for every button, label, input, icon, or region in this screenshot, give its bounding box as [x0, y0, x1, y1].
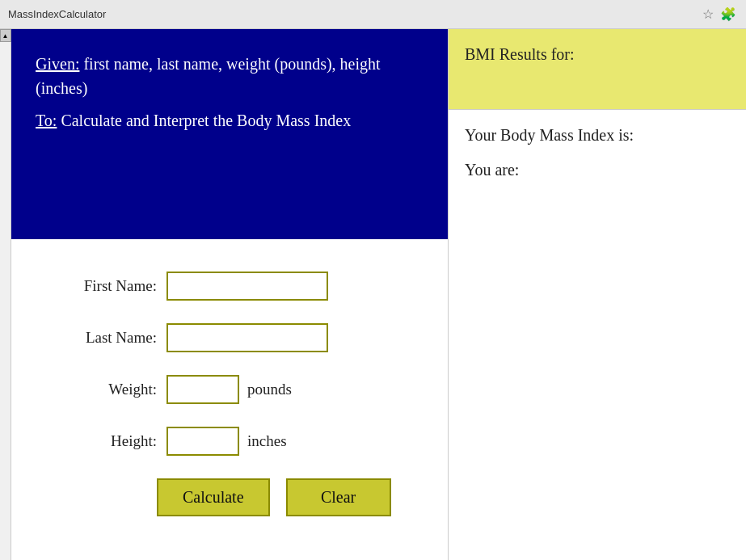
weight-input[interactable]	[166, 375, 239, 404]
given-line: Given: first name, last name, weight (po…	[36, 52, 424, 100]
puzzle-icon[interactable]: 🧩	[720, 6, 736, 22]
last-name-label: Last Name:	[52, 329, 157, 347]
height-input[interactable]	[166, 427, 239, 456]
calculate-button[interactable]: Calculate	[157, 478, 270, 516]
browser-title: MassIndexCalculator	[8, 8, 106, 20]
to-text: Calculate and Interpret the Body Mass In…	[57, 112, 351, 129]
button-row: Calculate Clear	[52, 478, 407, 516]
left-panel: Given: first name, last name, weight (po…	[11, 29, 448, 560]
clear-button[interactable]: Clear	[286, 478, 391, 516]
first-name-input[interactable]	[166, 272, 328, 301]
right-panel: BMI Results for: Your Body Mass Index is…	[448, 29, 746, 560]
body-mass-index-label: Your Body Mass Index is:	[465, 126, 730, 145]
weight-label: Weight:	[52, 381, 157, 398]
you-are-label: You are:	[465, 161, 730, 179]
height-unit-label: inches	[247, 432, 287, 450]
weight-row: Weight: pounds	[52, 375, 407, 404]
first-name-row: First Name:	[52, 272, 407, 301]
form-section: First Name: Last Name: Weight: pounds He…	[11, 239, 448, 560]
last-name-row: Last Name:	[52, 323, 407, 352]
given-text: first name, last name, weight (pounds), …	[36, 55, 381, 97]
scroll-up-button[interactable]: ▲	[0, 29, 11, 42]
browser-bar: MassIndexCalculator ☆ 🧩	[0, 0, 746, 29]
content-area: ▲ Given: first name, last name, weight (…	[0, 29, 746, 560]
height-label: Height:	[52, 432, 157, 450]
to-label: To:	[36, 112, 57, 129]
browser-icons: ☆ 🧩	[702, 6, 736, 22]
bmi-header: BMI Results for:	[449, 29, 746, 110]
bmi-results: Your Body Mass Index is: You are:	[449, 110, 746, 560]
first-name-label: First Name:	[52, 277, 157, 295]
blue-header: Given: first name, last name, weight (po…	[11, 29, 448, 239]
scrollbar[interactable]: ▲	[0, 29, 11, 560]
given-label: Given:	[36, 55, 79, 73]
last-name-input[interactable]	[166, 323, 328, 352]
weight-unit-label: pounds	[247, 381, 292, 398]
to-line: To: Calculate and Interpret the Body Mas…	[36, 108, 424, 133]
height-row: Height: inches	[52, 427, 407, 456]
star-icon[interactable]: ☆	[702, 6, 714, 22]
bmi-results-for-label: BMI Results for:	[465, 45, 730, 64]
